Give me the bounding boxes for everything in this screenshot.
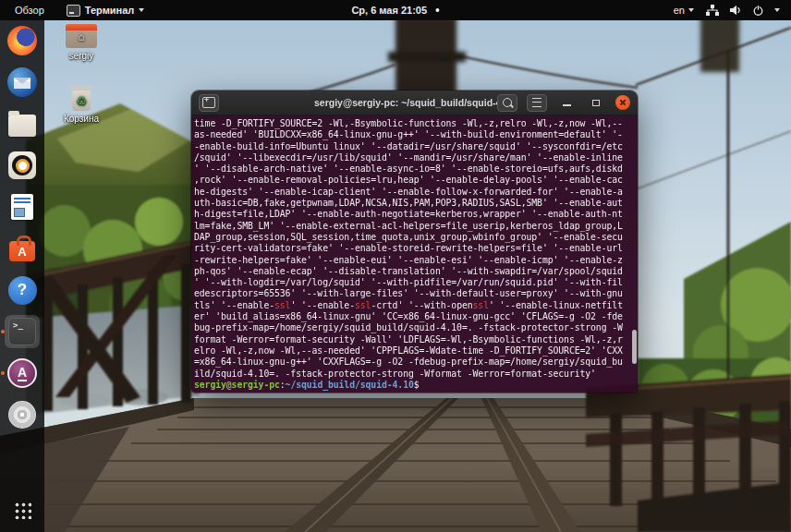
terminal-line: ' '--with-logdir=/var/log/squid' '--with… bbox=[194, 277, 636, 288]
clock-label: Ср, 6 мая 21:05 bbox=[351, 5, 427, 16]
dock-item-terminal[interactable] bbox=[5, 315, 40, 348]
window-controls bbox=[497, 94, 630, 112]
terminal-line: as-needed' 'BUILDCXX=x86_64-linux-gnu-g+… bbox=[194, 129, 636, 140]
home-glyph: ⌂ bbox=[66, 31, 97, 42]
disc-icon bbox=[8, 401, 36, 429]
app-a-icon: A bbox=[7, 358, 37, 388]
terminal-line: er' 'build_alias=x86_64-linux-gnu' 'CC=x… bbox=[194, 311, 636, 322]
dock-item-thunderbird[interactable] bbox=[5, 66, 40, 99]
terminal-line: =x86_64-linux-gnu-g++' 'CXXFLAGS=-g -O2 … bbox=[194, 357, 636, 368]
activities-label: Обзор bbox=[15, 5, 44, 16]
apps-grid-icon bbox=[13, 501, 31, 519]
dock-item-libreoffice-writer[interactable] bbox=[5, 190, 40, 224]
terminal-line: rity-cert-validators=fake' '--enable-sto… bbox=[194, 243, 636, 254]
terminal-line: ph-qos' '--enable-ecap' '--disable-trans… bbox=[194, 266, 636, 277]
chevron-down-icon bbox=[774, 8, 780, 12]
terminal-line: tls' '--enable-ssl' '--enable-ssl-crtd' … bbox=[194, 300, 636, 311]
keyboard-layout-indicator[interactable]: en bbox=[674, 5, 694, 16]
terminal-icon bbox=[8, 318, 36, 345]
dock-item-help[interactable]: ? bbox=[5, 273, 40, 307]
activities-button[interactable]: Обзор bbox=[0, 0, 59, 20]
scrollbar-thumb[interactable] bbox=[632, 330, 637, 364]
terminal-titlebar[interactable]: sergiy@sergiy-pc: ~/squid_build/squid-4.… bbox=[191, 91, 638, 115]
terminal-line: lm=fake,SMB_LM' '--enable-external-acl-h… bbox=[194, 221, 636, 232]
show-applications-button[interactable] bbox=[5, 493, 40, 526]
dock-item-files[interactable] bbox=[5, 107, 40, 140]
terminal-line: h-digest=file,LDAP' '--enable-auth-negot… bbox=[194, 209, 636, 220]
help-icon: ? bbox=[8, 276, 37, 305]
terminal-line: /squid' '--libexecdir=/usr/lib/squid' '-… bbox=[194, 152, 636, 163]
desktop-screen: Обзор Терминал Ср, 6 мая 21:05 en bbox=[0, 0, 791, 532]
desktop-icon-home-folder[interactable]: ⌂ sergiy bbox=[54, 24, 109, 61]
thunderbird-icon bbox=[7, 67, 37, 97]
running-indicator-dot bbox=[1, 330, 5, 333]
terminal-line: -rewrite-helpers=fake' '--enable-eui' '-… bbox=[194, 255, 636, 266]
dock-item-firefox[interactable] bbox=[5, 24, 40, 57]
terminal-line: format -Werror=format-security -Wall' 'L… bbox=[194, 334, 636, 345]
home-folder-icon: ⌂ bbox=[66, 24, 97, 48]
dock-item-app-a[interactable]: A bbox=[5, 357, 40, 390]
system-indicators: en bbox=[674, 0, 791, 20]
app-menu-terminal[interactable]: Терминал bbox=[59, 0, 152, 20]
terminal-line: bug-prefix-map=/home/sergiy/squid_build/… bbox=[194, 322, 636, 333]
top-bar: Обзор Терминал Ср, 6 мая 21:05 en bbox=[0, 0, 791, 20]
terminal-line: ,rock' '--enable-removal-policies=lru,he… bbox=[194, 175, 636, 186]
terminal-app-icon bbox=[67, 5, 80, 17]
new-tab-button[interactable] bbox=[199, 94, 219, 112]
dock: A ? A bbox=[0, 20, 44, 532]
files-icon bbox=[8, 115, 36, 137]
hamburger-menu-icon bbox=[532, 98, 542, 107]
terminal-content[interactable]: time -D_FORTIFY_SOURCE=2 -Wl,-Bsymbolic-… bbox=[191, 115, 638, 393]
chevron-down-icon bbox=[139, 8, 144, 12]
minimize-icon bbox=[563, 104, 571, 106]
keyboard-layout-label: en bbox=[674, 5, 685, 16]
maximize-icon bbox=[592, 100, 600, 106]
menu-button[interactable] bbox=[527, 94, 547, 112]
ubuntu-software-icon: A bbox=[9, 241, 35, 261]
terminal-line: ild/squid-4.10=. -fstack-protector-stron… bbox=[194, 369, 636, 380]
volume-icon bbox=[729, 5, 742, 16]
libreoffice-writer-icon bbox=[11, 194, 33, 220]
terminal-line: DAP_group,session,SQL_session,time_quota… bbox=[194, 232, 636, 243]
maximize-button[interactable] bbox=[586, 94, 606, 112]
system-menu[interactable] bbox=[706, 5, 780, 17]
terminal-line: elro -Wl,-z,now -Wl,--as-needed' 'CPPFLA… bbox=[194, 345, 636, 357]
minimize-button[interactable] bbox=[556, 94, 577, 112]
clock-button[interactable]: Ср, 6 мая 21:05 bbox=[351, 0, 439, 20]
app-menu-label: Терминал bbox=[85, 5, 135, 16]
desktop-icon-label: Корзина bbox=[54, 114, 109, 124]
desktop-icon-label: sergiy bbox=[54, 51, 109, 61]
terminal-window: sergiy@sergiy-pc: ~/squid_build/squid-4.… bbox=[191, 91, 638, 393]
dock-item-ubuntu-software[interactable]: A bbox=[5, 232, 40, 265]
network-icon bbox=[706, 5, 719, 16]
terminal-line: sergiy@sergiy-pc:~/squid_build/squid-4.1… bbox=[194, 380, 636, 391]
close-button[interactable] bbox=[615, 95, 630, 110]
terminal-line: edescriptors=65536' '--with-large-files'… bbox=[194, 288, 636, 299]
desktop-icon-trash[interactable]: ♻ Корзина bbox=[54, 86, 109, 124]
dock-item-disc[interactable] bbox=[5, 398, 40, 431]
dock-item-rhythmbox[interactable] bbox=[5, 149, 40, 182]
running-indicator-dot bbox=[1, 371, 5, 375]
new-tab-icon bbox=[202, 97, 215, 108]
terminal-line: ' '--disable-arch-native' '--enable-asyn… bbox=[194, 163, 636, 175]
trash-icon: ♻ bbox=[69, 86, 93, 111]
terminal-line: uth-basic=DB,fake,getpwnam,LDAP,NCSA,NIS… bbox=[194, 198, 636, 209]
search-button[interactable] bbox=[497, 94, 517, 112]
notification-dot bbox=[435, 8, 440, 13]
terminal-line: he-digests' '--enable-icap-client' '--en… bbox=[194, 187, 636, 198]
rhythmbox-icon bbox=[8, 151, 36, 179]
chevron-down-icon bbox=[688, 8, 694, 12]
firefox-icon bbox=[7, 26, 37, 55]
terminal-line: time -D_FORTIFY_SOURCE=2 -Wl,-Bsymbolic-… bbox=[194, 118, 636, 129]
terminal-line: -enable-build-info=Ubuntu linux' '--data… bbox=[194, 141, 636, 152]
power-icon bbox=[752, 5, 764, 17]
search-icon bbox=[503, 98, 512, 107]
